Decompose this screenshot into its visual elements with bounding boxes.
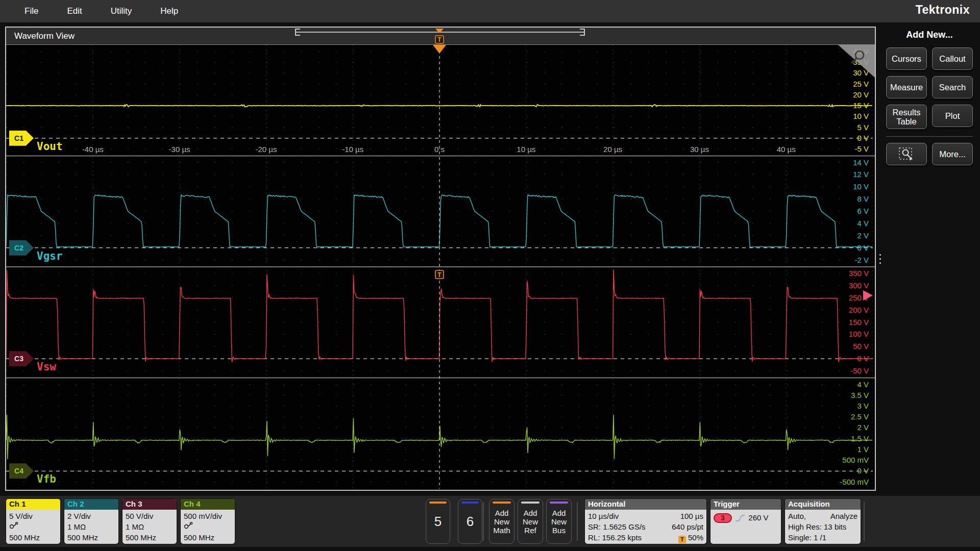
add-new-math-button[interactable]: AddNewMath xyxy=(489,499,514,544)
menu-item-utility[interactable]: Utility xyxy=(111,6,132,16)
acquisition-mode: Auto, xyxy=(788,511,806,521)
time-tick-label: 30 µs xyxy=(690,145,709,154)
channel-color-stripe xyxy=(550,502,568,504)
scale-tick-label: 200 V xyxy=(849,306,869,314)
callout-button[interactable]: Callout xyxy=(932,47,973,70)
scale-tick-label: 100 V xyxy=(849,330,869,338)
menu-item-help[interactable]: Help xyxy=(160,6,178,16)
scale-tick-label: 12 V xyxy=(853,170,869,179)
channel-setting: 500 MHz xyxy=(67,532,115,543)
scale-tick-label: 15 V xyxy=(853,101,869,110)
acquisition-card[interactable]: Acquisition Auto,Analyze High Res: 13 bi… xyxy=(785,499,861,544)
menu-item-edit[interactable]: Edit xyxy=(67,6,82,16)
channel-card-ch1[interactable]: Ch 15 V/div500 MHz xyxy=(6,499,60,544)
panel-splitter-handle[interactable] xyxy=(879,254,881,267)
zoom-select-button[interactable] xyxy=(886,143,927,165)
scale-tick-label: 20 V xyxy=(853,90,869,99)
scale-tick-label: -500 mV xyxy=(840,478,869,486)
scale-tick-label: 1.5 V xyxy=(851,434,869,443)
add-new-bus-button[interactable]: AddNewBus xyxy=(546,499,572,544)
scale-tick-label: 2 V xyxy=(857,231,869,240)
rising-edge-icon xyxy=(734,513,746,522)
channel-setting: 2 V/div xyxy=(67,511,115,521)
search-button[interactable]: Search xyxy=(932,76,973,98)
menu-bar: FileEditUtilityHelpTektronix xyxy=(0,0,980,22)
channel-5-button[interactable]: 5 xyxy=(426,499,450,544)
channel-color-stripe xyxy=(521,502,540,504)
trace-label-vsw: Vsw xyxy=(37,361,56,373)
trace-label-vgsr: Vgsr xyxy=(37,250,63,262)
trigger-source-badge: 3 xyxy=(714,513,732,523)
add-new-sidebar: Add New... CursorsCalloutMeasureSearchRe… xyxy=(884,27,975,165)
channel-card-ch4[interactable]: Ch 4500 mV/div500 MHz xyxy=(181,499,235,544)
time-tick-label: -20 µs xyxy=(255,145,277,154)
acquisition-resolution: High Res: 13 bits xyxy=(788,521,857,532)
separator xyxy=(577,502,578,541)
time-tick-label: 40 µs xyxy=(777,145,796,154)
zoom-select-icon xyxy=(898,146,915,162)
acquisition-analyze: Analyze xyxy=(830,511,857,521)
scale-tick-label: 500 mV xyxy=(842,456,869,464)
svg-text:T: T xyxy=(437,271,442,279)
channel-card-title: Ch 2 xyxy=(64,499,118,510)
trace-vout xyxy=(6,105,872,107)
channel-color-stripe xyxy=(493,502,511,504)
probe-icon xyxy=(184,522,193,530)
channel-setting: 5 V/div xyxy=(9,511,57,521)
cursors-button[interactable]: Cursors xyxy=(886,47,927,70)
scale-tick-label: 1 V xyxy=(857,445,869,454)
scale-tick-label: 3 V xyxy=(857,402,869,410)
acquisition-card-title: Acquisition xyxy=(785,499,861,510)
channel-card-title: Ch 1 xyxy=(6,499,60,510)
horizontal-card-title: Horizontal xyxy=(585,499,706,510)
scale-tick-label: 25 V xyxy=(853,80,869,88)
horizontal-position-ruler[interactable]: T xyxy=(6,28,875,45)
time-tick-label: 10 µs xyxy=(517,145,535,154)
channel-card-title: Ch 3 xyxy=(122,499,177,510)
waveform-view-header: Waveform View T xyxy=(6,28,875,45)
time-tick-label: -40 µs xyxy=(82,145,104,154)
channel-setting: 1 MΩ xyxy=(126,521,174,532)
channel-card-title: Ch 4 xyxy=(181,499,235,510)
add-new-ref-button[interactable]: AddNewRef xyxy=(518,499,543,544)
channel-6-button[interactable]: 6 xyxy=(458,499,482,544)
horizontal-sample-rate: SR: 1.5625 GS/s xyxy=(588,521,646,532)
horizontal-window: 100 µs xyxy=(680,511,703,521)
add-new-title: Add New... xyxy=(884,30,975,40)
horizontal-card[interactable]: Horizontal 10 µs/div100 µs SR: 1.5625 GS… xyxy=(585,499,706,544)
channel-setting: 1 MΩ xyxy=(67,521,115,532)
scale-tick-label: 0 V xyxy=(857,354,869,363)
scale-tick-label: 6 V xyxy=(857,207,869,215)
scale-tick-label: 150 V xyxy=(849,318,869,327)
separator xyxy=(483,502,484,541)
trigger-card[interactable]: Trigger 3 260 V xyxy=(710,499,781,544)
channel-card-ch2[interactable]: Ch 22 V/div1 MΩ500 MHz xyxy=(64,499,118,544)
channel-setting: 500 mV/div xyxy=(184,511,232,521)
scale-tick-label: 4 V xyxy=(857,380,869,389)
scale-tick-label: 5 V xyxy=(857,123,869,132)
time-tick-label: -30 µs xyxy=(169,145,190,154)
bottom-status-bar: Ch 15 V/div500 MHzCh 22 V/div1 MΩ500 MHz… xyxy=(0,496,980,547)
channel-setting: 500 MHz xyxy=(9,532,57,543)
scale-tick-label: 0 V xyxy=(857,134,869,142)
scale-tick-label: -5 V xyxy=(854,144,869,153)
scale-tick-label: -2 V xyxy=(854,256,869,264)
menu-item-file[interactable]: File xyxy=(24,6,38,16)
scale-tick-label: 14 V xyxy=(853,158,869,167)
measure-button[interactable]: Measure xyxy=(886,76,927,98)
more-button[interactable]: More... xyxy=(932,143,973,165)
scale-tick-label: 10 V xyxy=(853,112,869,120)
acquisition-single: Single: 1 /1 xyxy=(788,532,857,543)
trigger-time-marker[interactable] xyxy=(433,45,446,54)
horizontal-position: 50% xyxy=(688,533,703,542)
sidebar-divider xyxy=(886,136,973,137)
scale-tick-label: 3.5 V xyxy=(851,391,869,399)
scale-tick-label: 2 V xyxy=(857,423,869,432)
scale-tick-label: 350 V xyxy=(849,269,869,278)
scale-tick-label: 4 V xyxy=(857,219,869,228)
results-table-button[interactable]: Results Table xyxy=(886,105,927,129)
channel-card-ch3[interactable]: Ch 350 V/div1 MΩ500 MHz xyxy=(122,499,177,544)
plot-button[interactable]: Plot xyxy=(932,105,973,127)
waveform-graticule: -40 µs-30 µs-20 µs-10 µs0 s10 µs20 µs30 … xyxy=(6,45,875,489)
scale-tick-label: 0 V xyxy=(857,466,869,475)
